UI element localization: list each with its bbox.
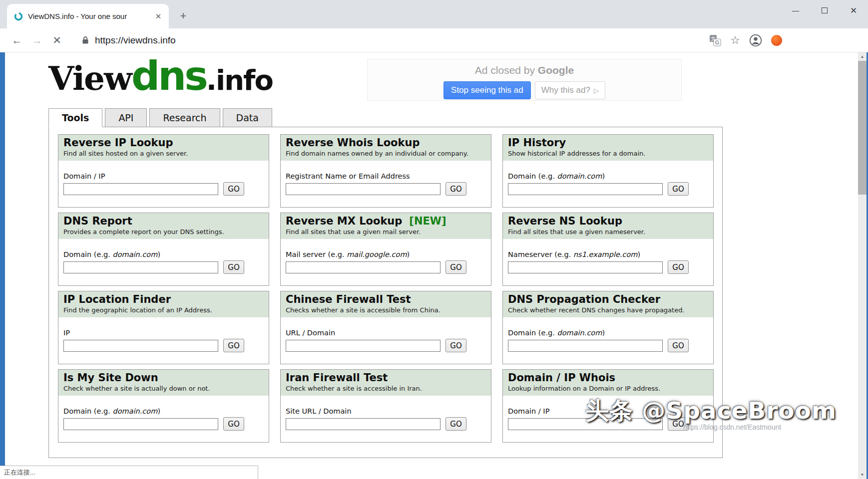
profile-avatar-icon[interactable] [749, 34, 762, 47]
site-tabstrip: Tools API Research Data [48, 108, 858, 127]
forward-button[interactable]: → [27, 30, 47, 50]
tool-description: Check whether a site is actually down or… [63, 385, 264, 392]
tool-input[interactable] [63, 418, 218, 430]
tool-input-label: Domain (e.g. domain.com) [63, 407, 264, 415]
tool-card: Reverse IP Lookup Find all sites hosted … [58, 134, 269, 208]
tool-card-header: Is My Site Down Check whether a site is … [58, 370, 269, 396]
tool-input-label: Domain (e.g. domain.com) [508, 329, 708, 337]
close-button[interactable]: ✕ [839, 0, 868, 21]
new-tab-button[interactable]: + [176, 8, 191, 23]
go-button[interactable]: GO [445, 182, 466, 196]
address-bar[interactable]: https://viewdns.info [75, 31, 709, 49]
go-button[interactable]: GO [223, 182, 244, 196]
tool-input[interactable] [286, 340, 440, 352]
tool-card-header: Reverse IP Lookup Find all sites hosted … [58, 135, 269, 161]
tool-title: Iran Firewall Test [286, 372, 486, 384]
go-button[interactable]: GO [668, 260, 689, 274]
go-button[interactable]: GO [223, 339, 244, 352]
tool-card-body: Domain (e.g. domain.com) GO [503, 172, 713, 196]
svg-text:G: G [715, 39, 720, 45]
tool-card: Is My Site Down Check whether a site is … [58, 369, 269, 443]
site-tab-research[interactable]: Research [149, 108, 220, 127]
stop-seeing-ad-button[interactable]: Stop seeing this ad [443, 81, 531, 99]
tool-card-header: DNS Report Provides a complete report on… [58, 213, 269, 239]
logo-part-dns: dns [131, 58, 206, 94]
tool-title: IP Location Finder [63, 293, 264, 305]
tool-title: Reverse NS Lookup [508, 215, 708, 227]
go-button[interactable]: GO [668, 182, 689, 196]
tool-input[interactable] [508, 261, 663, 273]
scrollbar-up-arrow-icon[interactable]: ▲ [858, 52, 867, 61]
vertical-scrollbar[interactable]: ▲ ▼ [858, 52, 867, 479]
watermark-subline: https://blog.csdn.net/Eastmount [683, 423, 781, 431]
tool-input-label: Nameserver (e.g. ns1.example.com) [508, 250, 708, 258]
tool-input-label: Domain (e.g. domain.com) [63, 250, 264, 258]
tool-card: Reverse NS Lookup Find all sites that us… [502, 213, 714, 286]
tool-card: Chinese Firewall Test Checks whether a s… [280, 291, 491, 364]
tool-input[interactable] [286, 418, 440, 430]
go-button[interactable]: GO [445, 417, 466, 431]
tool-card-header: Reverse Whois Lookup Find domain names o… [281, 135, 491, 161]
tab-title: ViewDNS.info - Your one sour [28, 12, 153, 20]
tool-title: Domain / IP Whois [508, 372, 708, 384]
tool-card-body: Domain / IP GO [58, 172, 269, 196]
tool-input[interactable] [508, 340, 663, 352]
site-tab-api[interactable]: API [105, 108, 147, 127]
tool-card-header: IP History Show historical IP addresses … [503, 135, 713, 161]
new-badge: [NEW] [409, 215, 446, 227]
go-button[interactable]: GO [223, 260, 244, 274]
favicon-spinner-icon [14, 12, 23, 21]
tool-input-label: Site URL / Domain [286, 407, 486, 415]
go-button[interactable]: GO [223, 417, 244, 431]
stop-loading-button[interactable]: ✕ [47, 30, 67, 50]
translate-icon[interactable]: 文 G [709, 34, 721, 46]
tool-title: DNS Report [63, 215, 264, 227]
go-button[interactable]: GO [668, 339, 689, 352]
logo-part-info: .info [206, 64, 273, 96]
tool-description: Show historical IP addresses for a domai… [508, 150, 708, 157]
scrollbar-down-arrow-icon[interactable]: ▼ [858, 471, 867, 479]
ad-banner: Ad closed by Google Stop seeing this ad … [367, 59, 682, 101]
tool-input[interactable] [286, 183, 440, 195]
padlock-icon [82, 36, 89, 44]
browser-tab[interactable]: ViewDNS.info - Your one sour ✕ [7, 4, 169, 28]
site-tab-tools[interactable]: Tools [48, 108, 102, 127]
tool-card-header: Iran Firewall Test Check whether a site … [281, 370, 491, 396]
tool-card-body: Domain (e.g. domain.com) GO [503, 329, 713, 352]
tool-description: Find the geographic location of an IP Ad… [63, 306, 264, 314]
tool-description: Find all sites hosted on a given server. [63, 150, 264, 157]
tool-title: Reverse Whois Lookup [286, 137, 486, 149]
go-button[interactable]: GO [445, 339, 466, 352]
tool-description: Find all sites that use a given nameserv… [508, 228, 708, 236]
tool-input-label: Registrant Name or Email Address [286, 172, 486, 180]
tool-card-header: DNS Propagation Checker Check whether re… [503, 291, 713, 317]
back-button[interactable]: ← [7, 30, 27, 50]
tool-input-label: IP [63, 329, 264, 337]
toolbar-right-icons: 文 G ☆ [709, 34, 782, 47]
tool-card: Iran Firewall Test Check whether a site … [280, 369, 491, 443]
tool-card-body: URL / Domain GO [281, 329, 491, 352]
tool-input[interactable] [508, 183, 663, 195]
maximize-button[interactable] [810, 0, 839, 21]
why-this-ad-button[interactable]: Why this ad?▷ [535, 81, 605, 99]
tool-input-label: Mail server (e.g. mail.google.com) [286, 250, 486, 258]
scrollbar-thumb[interactable] [858, 61, 867, 195]
tool-input[interactable] [63, 261, 218, 273]
tool-card-body: Mail server (e.g. mail.google.com) GO [281, 250, 491, 274]
tool-input[interactable] [63, 183, 218, 195]
site-tab-data[interactable]: Data [223, 108, 272, 127]
site-logo[interactable]: Viewdns.info [48, 58, 273, 98]
tool-input[interactable] [63, 340, 218, 352]
orange-extension-icon[interactable] [771, 35, 782, 46]
tool-input[interactable] [286, 261, 440, 273]
url-text: https://viewdns.info [95, 35, 176, 46]
browser-status-text: 正在连接... [0, 466, 258, 479]
tab-close-icon[interactable]: ✕ [153, 11, 164, 22]
browser-titlebar: ViewDNS.info - Your one sour ✕ + — ✕ [0, 0, 868, 28]
tool-title: Is My Site Down [63, 372, 264, 384]
bookmark-star-icon[interactable]: ☆ [730, 34, 740, 47]
minimize-button[interactable]: — [781, 0, 810, 21]
go-button[interactable]: GO [445, 260, 466, 274]
tool-description: Lookup information on a Domain or IP add… [508, 385, 708, 392]
tool-card-body: Site URL / Domain GO [281, 407, 491, 431]
